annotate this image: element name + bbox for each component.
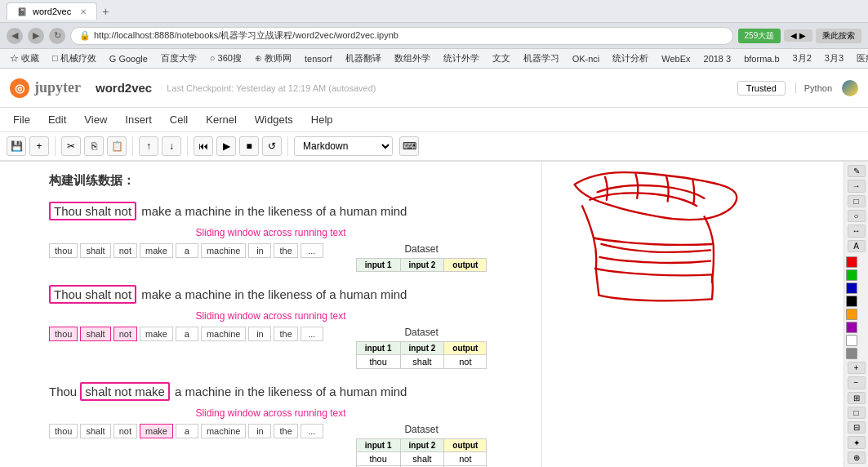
menu-view[interactable]: View [81,110,110,129]
bookmark-tensor[interactable]: tensorf [300,54,337,64]
menu-widgets[interactable]: Widgets [251,110,296,129]
cell-block-2: Thou shalt not make a machine in the lik… [0,280,541,374]
bookmark-bforma[interactable]: bforma.b [739,54,784,64]
bookmark-wenwen[interactable]: 文文 [487,52,515,64]
lock-icon: 🔒 [79,30,91,41]
save-button[interactable]: 💾 [7,136,26,156]
run-button[interactable]: ▶ [216,136,236,156]
add-cell-button[interactable]: + [29,136,49,156]
bookmark-favorites[interactable]: ☆ 收藏 [5,52,44,64]
browser-right-buttons: 259大题 ◀ ▶ 乘此按索 [738,29,861,43]
bookmark-med1[interactable]: 医疗1 [852,52,868,64]
word-thou-2: thou [49,327,78,341]
search-button[interactable]: 乘此按索 [816,29,861,43]
color-gray[interactable] [846,348,857,359]
far-right-line-tool[interactable]: ↔ [848,225,866,237]
word-row-container-2: thou shalt not make a machine in the ... [49,327,323,341]
menu-file[interactable]: File [10,110,33,129]
color-green[interactable] [846,269,857,281]
extension-button[interactable]: 259大题 [738,29,781,43]
bookmark-oknci[interactable]: OK-nci [568,54,605,64]
bookmark-webex[interactable]: WebEx [657,54,695,64]
far-right-pen-tool[interactable]: ✎ [848,165,866,177]
td-input1-2-1: thou [356,355,400,369]
notebook-title[interactable]: word2vec [96,81,152,95]
menu-bar: File Edit View Insert Cell Kernel Widget… [0,108,868,132]
word-the-3: the [274,424,297,438]
copy-button[interactable]: ⎘ [84,136,104,156]
keyboard-button[interactable]: ⌨ [399,136,419,156]
far-right-layer2-tool[interactable]: □ [848,407,866,419]
move-down-button[interactable]: ↓ [162,136,181,156]
dataset-area-1: thou shalt not make a machine in the ...… [49,243,492,272]
jupyter-logo-text: jupyter [34,79,81,96]
active-tab[interactable]: 📓 word2vec ✕ [7,2,97,20]
share-button[interactable]: ◀ ▶ [784,29,812,42]
new-tab-icon[interactable]: + [102,5,109,18]
dataset-table-1: Dataset input 1 input 2 output [356,243,487,272]
toolbar-divider-2 [132,136,133,156]
menu-kernel[interactable]: Kernel [203,110,240,129]
far-right-plus-tool[interactable]: + [848,362,866,374]
word-thou-1: thou [49,243,78,258]
far-right-add-tool[interactable]: ⊕ [848,451,866,464]
move-up-button[interactable]: ↑ [139,136,158,156]
bookmark-stat[interactable]: 统计外学 [438,52,484,64]
color-blue[interactable] [846,282,857,294]
refresh-button[interactable]: ↻ [49,28,65,44]
far-right-minus-tool[interactable]: − [848,376,866,389]
bookmark-array[interactable]: 数组外学 [389,52,435,64]
color-white[interactable] [846,335,857,346]
bookmark-baidu[interactable]: 百度大学 [156,52,202,64]
word-ellipsis-2: ... [300,327,323,341]
bookmark-360[interactable]: ○ 360搜 [205,52,247,64]
menu-insert[interactable]: Insert [122,110,155,129]
cell-type-select[interactable]: Markdown Code Raw NBConvert [294,136,393,156]
far-right-star-tool[interactable]: ✦ [848,436,866,448]
back-button[interactable]: ◀ [7,28,23,44]
ds-table-2: input 1 input 2 output thou shalt not [356,341,487,369]
bookmark-mllearn[interactable]: 机器学习 [519,52,564,64]
run-prev-button[interactable]: ⏮ [194,136,213,156]
paste-button[interactable]: 📋 [107,136,127,156]
bookmark-1[interactable]: □ 机械疗效 [47,52,101,64]
color-orange[interactable] [846,309,857,320]
restart-button[interactable]: ↺ [262,136,282,156]
bookmark-ml[interactable]: 机器翻译 [341,52,386,64]
url-input[interactable]: 🔒 http://localhost:8888/notebooks/机器学习立战… [70,27,733,45]
table-row: thou shalt not [356,452,487,466]
word-row-3: thou shalt not make a machine in the ... [49,424,323,438]
stop-button[interactable]: ■ [239,136,259,156]
far-right-layer1-tool[interactable]: ⊞ [848,392,866,404]
sentence-rest-1: make a machine in the likeness of a huma… [138,204,407,218]
bookmark-jiaoshi[interactable]: ⊕ 教师网 [250,52,296,64]
color-black[interactable] [846,296,857,307]
far-right-text-tool[interactable]: A [848,240,866,252]
menu-help[interactable]: Help [308,110,336,129]
color-palette [846,256,867,359]
dataset-label-1: Dataset [356,243,487,255]
bookmark-google[interactable]: G Google [105,54,153,64]
color-purple[interactable] [846,322,857,333]
bookmark-mar2[interactable]: 3月2 [788,52,817,64]
far-right-circle-tool[interactable]: ○ [848,210,866,222]
far-right-layer3-tool[interactable]: ⊟ [848,421,866,434]
menu-edit[interactable]: Edit [45,110,69,129]
word-a-2: a [176,327,198,341]
cut-button[interactable]: ✂ [61,136,81,156]
bookmark-mar3[interactable]: 3月3 [820,52,848,64]
forward-button[interactable]: ▶ [28,28,44,44]
menu-cell[interactable]: Cell [167,110,191,129]
far-right-rect-tool[interactable]: □ [848,195,866,207]
word-ellipsis-3: ... [300,424,323,438]
bookmarks-bar: ☆ 收藏 □ 机械疗效 G Google 百度大学 ○ 360搜 ⊕ 教师网 t… [0,49,868,69]
bookmark-statanalysis[interactable]: 统计分析 [608,52,653,64]
bookmark-2018[interactable]: 2018 3 [699,54,737,64]
dataset-label-2: Dataset [356,327,487,338]
main-area: 构建训练数据： Thou shalt not make a machine in… [0,162,868,467]
color-red[interactable] [846,256,857,268]
trusted-button[interactable]: Trusted [737,81,786,96]
far-right-arrow-tool[interactable]: → [848,180,866,192]
toolbar-divider-1 [55,136,56,156]
tab-close-icon[interactable]: ✕ [80,7,87,16]
